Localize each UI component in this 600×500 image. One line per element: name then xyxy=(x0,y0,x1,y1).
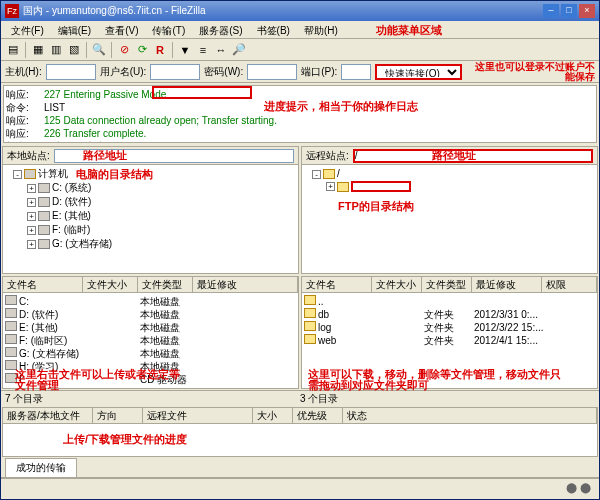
statusbar: ⬤ ⬤ xyxy=(1,478,599,496)
col-name[interactable]: 文件名 xyxy=(3,277,83,292)
log-pane: 响应:227 Entering Passive Mode 命令:LIST 响应:… xyxy=(3,85,597,143)
annotation-local-tree: 电脑的目录结构 xyxy=(76,167,153,181)
quickconnect-button[interactable]: 快速连接(Q) xyxy=(375,64,462,80)
tree-toggle[interactable]: - xyxy=(13,170,22,179)
queue-indicator-icon: ⬤ ⬤ xyxy=(566,482,591,493)
menu-help[interactable]: 帮助(H) xyxy=(298,23,344,36)
list-item[interactable]: G: (文档存储)本地磁盘 xyxy=(5,347,296,360)
local-site-label: 本地站点: xyxy=(7,149,50,163)
quickconnect-bar: 主机(H): 用户名(U): 密码(W): 端口(P): 快速连接(Q) 这里也… xyxy=(1,61,599,83)
col-size[interactable]: 文件大小 xyxy=(83,277,138,292)
local-tree-pane: 本地站点: 路径地址 -计算机 电脑的目录结构 +C: (系统) +D: (软件… xyxy=(2,146,299,274)
list-item[interactable]: F: (临时区)本地磁盘 xyxy=(5,334,296,347)
menu-edit[interactable]: 编辑(E) xyxy=(52,23,97,36)
minimize-button[interactable]: – xyxy=(543,4,559,18)
user-input[interactable] xyxy=(150,64,200,80)
annotation-local-files: 这里右击文件可以上传或者选定等文件管理 xyxy=(15,369,185,391)
titlebar: Fz 国内 - yumanutong@ns6.7iit.cn - FileZil… xyxy=(1,1,599,21)
annotation-log: 进度提示，相当于你的操作日志 xyxy=(264,99,418,114)
menu-transfer[interactable]: 传输(T) xyxy=(146,23,191,36)
col-type[interactable]: 文件类型 xyxy=(138,277,193,292)
annotation-remote-files: 这里可以下载，移动，删除等文件管理，移动文件只需拖动到对应文件夹即可 xyxy=(308,369,568,391)
annotation-remote-path: 路径地址 xyxy=(432,148,476,163)
sync-icon[interactable]: ↔ xyxy=(213,42,229,58)
list-item[interactable]: log文件夹2012/3/22 15:... xyxy=(304,321,595,334)
pass-input[interactable] xyxy=(247,64,297,80)
app-icon: Fz xyxy=(5,4,19,18)
search-icon[interactable]: 🔎 xyxy=(231,42,247,58)
col-date[interactable]: 最近修改 xyxy=(193,277,298,292)
menu-bookmark[interactable]: 书签(B) xyxy=(251,23,296,36)
list-item[interactable]: db文件夹2012/3/31 0:... xyxy=(304,308,595,321)
queue-tabs: 成功的传输 xyxy=(1,458,599,478)
compare-icon[interactable]: ≡ xyxy=(195,42,211,58)
toggle-queue-icon[interactable]: ▧ xyxy=(66,42,82,58)
filter-icon[interactable]: ▼ xyxy=(177,42,193,58)
queue-pane: 服务器/本地文件 方向 远程文件 大小 优先级 状态 上传/下载管理文件的进度 xyxy=(2,407,598,457)
menu-server[interactable]: 服务器(S) xyxy=(193,23,248,36)
reconnect-icon[interactable]: ⟳ xyxy=(134,42,150,58)
log-text: 227 Entering Passive Mode xyxy=(44,88,166,101)
list-item[interactable]: D: (软件)本地磁盘 xyxy=(5,308,296,321)
file-status: 7 个目录 3 个目录 xyxy=(1,390,599,406)
local-file-pane: 文件名 文件大小 文件类型 最近修改 C:本地磁盘D: (软件)本地磁盘E: (… xyxy=(2,276,299,389)
annotation-remote-tree: FTP的目录结构 xyxy=(338,199,414,214)
tab-complete[interactable]: 成功的传输 xyxy=(5,458,77,477)
close-button[interactable]: × xyxy=(579,4,595,18)
toggle-log-icon[interactable]: ▦ xyxy=(30,42,46,58)
remote-count: 3 个目录 xyxy=(300,392,595,405)
sitemngr-icon[interactable]: ▤ xyxy=(5,42,21,58)
maximize-button[interactable]: □ xyxy=(561,4,577,18)
drive-icon xyxy=(38,183,50,193)
pass-label: 密码(W): xyxy=(204,65,243,79)
remote-site-label: 远程站点: xyxy=(306,149,349,163)
annotation-menubar: 功能菜单区域 xyxy=(376,23,442,36)
remote-file-pane: 文件名 文件大小 文件类型 最近修改 权限 ..db文件夹2012/3/31 0… xyxy=(301,276,598,389)
port-label: 端口(P): xyxy=(301,65,337,79)
computer-icon xyxy=(24,169,36,179)
list-item[interactable]: web文件夹2012/4/1 15:... xyxy=(304,334,595,347)
disconnect-icon[interactable]: R xyxy=(152,42,168,58)
list-item[interactable]: C:本地磁盘 xyxy=(5,295,296,308)
annotation-quickconnect: 这里也可以登录不过账户不能保存 xyxy=(466,62,595,82)
cancel-icon[interactable]: ⊘ xyxy=(116,42,132,58)
host-label: 主机(H): xyxy=(5,65,42,79)
binary-icon[interactable]: 🔍 xyxy=(91,42,107,58)
log-label: 响应: xyxy=(6,88,36,101)
host-input[interactable] xyxy=(46,64,96,80)
toolbar: ▤ ▦ ▥ ▧ 🔍 ⊘ ⟳ R ▼ ≡ ↔ 🔎 xyxy=(1,39,599,61)
port-input[interactable] xyxy=(341,64,371,80)
toggle-tree-icon[interactable]: ▥ xyxy=(48,42,64,58)
local-count: 7 个目录 xyxy=(5,392,300,405)
folder-icon xyxy=(323,169,335,179)
menu-file[interactable]: 文件(F) xyxy=(5,23,50,36)
list-item[interactable]: E: (其他)本地磁盘 xyxy=(5,321,296,334)
remote-tree-pane: 远程站点: 路径地址 -/ + FTP的目录结构 xyxy=(301,146,598,274)
window-title: 国内 - yumanutong@ns6.7iit.cn - FileZilla xyxy=(23,4,205,18)
annotation-queue: 上传/下载管理文件的进度 xyxy=(63,433,187,445)
menubar: 文件(F) 编辑(E) 查看(V) 传输(T) 服务器(S) 书签(B) 帮助(… xyxy=(1,21,599,39)
annotation-local-path: 路径地址 xyxy=(83,148,127,163)
list-item[interactable]: .. xyxy=(304,295,595,308)
user-label: 用户名(U): xyxy=(100,65,147,79)
menu-view[interactable]: 查看(V) xyxy=(99,23,144,36)
